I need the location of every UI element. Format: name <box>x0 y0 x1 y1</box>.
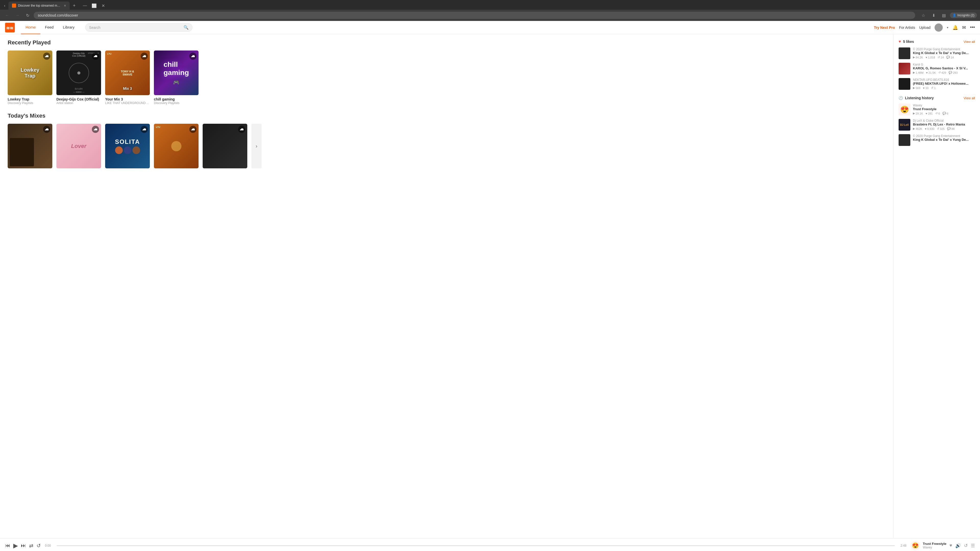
player-bar: ⏮ ▶ ⏭ ⇄ ↺ 0:00 2:48 😍 Trust Freestyle Wa… <box>0 538 980 551</box>
card-mix-a[interactable] <box>8 124 52 170</box>
playback-controls: ⏮ ▶ ⏭ ⇄ ↺ <box>5 542 41 549</box>
search-bar[interactable]: 🔍 <box>85 23 192 32</box>
bookmark-button[interactable]: ☆ <box>919 11 928 19</box>
history-track-djlex[interactable]: DJ LeX Dj LeX & Ciske Official Brasbère … <box>899 119 975 130</box>
todays-mixes-section: Today's Mixes <box>8 113 886 170</box>
soundcloud-logo-icon: ≋≋ <box>5 23 15 32</box>
shuffle-button[interactable]: ⇄ <box>29 543 33 549</box>
header-right: Try Next Pro For Artists Upload ▾ 🔔 ✉ ••… <box>874 24 975 32</box>
like-track-button[interactable]: ♥ <box>950 543 952 548</box>
liked-track-1[interactable]: © 2020 Purge Gang Entertainment King K G… <box>899 48 975 59</box>
comments-stat: 💬 14 <box>946 56 954 59</box>
card-mix-e[interactable] <box>203 124 247 170</box>
download-button[interactable]: ⬇ <box>929 11 938 19</box>
minimize-button[interactable]: — <box>81 2 89 10</box>
nav-feed[interactable]: Feed <box>40 21 58 34</box>
logo[interactable]: ≋≋ <box>5 23 15 32</box>
refresh-button[interactable]: ↻ <box>24 11 32 19</box>
progress-bar-track[interactable] <box>57 545 895 546</box>
history-track-king2[interactable]: © 2020 Purge Gang Entertainment King K G… <box>899 134 975 146</box>
tab-close-btn[interactable]: × <box>64 3 66 8</box>
sidebar-button[interactable]: ▤ <box>940 11 948 19</box>
player-right-section: 😍 Trust Freestyle Wavey ♥ 🔊 ↺ ☰ <box>911 541 975 551</box>
soundcloud-btn-mix3[interactable] <box>141 52 148 60</box>
track-art-king2 <box>899 134 910 146</box>
upload-button[interactable]: Upload <box>919 25 931 30</box>
artist-name-display: Wavey <box>923 546 947 549</box>
notifications-button[interactable]: 🔔 <box>953 25 958 30</box>
tab-title: Discover the top streamed mus... <box>18 4 62 7</box>
soundcloud-btn-lowkey[interactable] <box>43 52 50 60</box>
likes-title: ♥ 5 likes <box>899 39 914 44</box>
heart-icon: ♥ <box>899 39 901 44</box>
track-info-karol: Karol G KAROL G, Romeo Santos - X SI V..… <box>913 63 975 74</box>
reposts-stat: ↺ 14 <box>938 56 944 59</box>
repeat-button[interactable]: ↺ <box>37 543 41 549</box>
card-mix-d[interactable]: LTU <box>154 124 199 170</box>
search-input[interactable] <box>89 25 181 30</box>
history-section: 🕐 Listening history View all 😍 Wavey Tru… <box>899 96 975 146</box>
more-options-button[interactable]: ••• <box>970 25 975 30</box>
card-mix-c[interactable]: SOLITA <box>105 124 150 170</box>
avatar-button[interactable] <box>935 24 943 32</box>
plays-stat: ▶ 84.2K <box>913 56 923 59</box>
recently-played-cards: LowkeyTrap Lowkey Trap Discovery Playlis… <box>8 51 886 105</box>
history-title: 🕐 Listening history <box>899 96 934 100</box>
card-deejay[interactable]: Deejay-GijsCox (Official) DJ LEX — stati… <box>56 51 101 105</box>
search-section: 🔍 <box>85 23 192 32</box>
likes-stat: ♥ 1,018 <box>926 56 935 59</box>
recently-played-title: Recently Played <box>8 39 886 46</box>
history-view-all[interactable]: View all <box>963 96 975 100</box>
messages-button[interactable]: ✉ <box>962 25 966 30</box>
card-art-mix-e <box>203 124 247 168</box>
forward-button[interactable]: → <box>13 11 21 19</box>
soundcloud-btn-deejay[interactable] <box>92 52 99 60</box>
avatar-chevron-icon[interactable]: ▾ <box>947 26 948 29</box>
liked-track-2[interactable]: Karol G KAROL G, Romeo Santos - X SI V..… <box>899 63 975 75</box>
card-lowkey-trap[interactable]: LowkeyTrap Lowkey Trap Discovery Playlis… <box>8 51 52 105</box>
maximize-button[interactable]: ⬜ <box>90 2 98 10</box>
now-playing-art: 😍 <box>911 541 920 551</box>
incognito-icon: 👤 <box>953 14 956 17</box>
card-mix-b[interactable]: Lover <box>56 124 101 170</box>
history-track-wavey[interactable]: 😍 Wavey Trust Freestyle ▶ 29.1K ♥ 281 ↺ … <box>899 103 975 115</box>
user-avatar <box>935 24 943 32</box>
soundcloud-btn-mix-d[interactable] <box>189 126 197 133</box>
card-sub-mix3: LIKE THAT UNDERGROUND ... <box>105 101 150 105</box>
todays-mixes-cards: Lover SOLITA <box>8 124 886 170</box>
card-mix3[interactable]: LTU TONY H &SMAVE Mix 3 Your Mix 3 LIKE … <box>105 51 150 105</box>
soundcloud-btn-mix-a[interactable] <box>43 126 50 133</box>
url-bar[interactable] <box>34 12 915 19</box>
soundcloud-btn-mix-e[interactable] <box>238 126 245 133</box>
track-title-karol: KAROL G, Romeo Santos - X SI V... <box>913 66 975 70</box>
nav-home[interactable]: Home <box>21 21 40 34</box>
main-nav: Home Feed Library <box>21 21 79 34</box>
new-tab-button[interactable]: + <box>71 2 78 9</box>
close-button[interactable]: ✕ <box>99 2 107 10</box>
tab-scroll-left[interactable]: ‹ <box>2 3 7 9</box>
try-next-pro-button[interactable]: Try Next Pro <box>874 25 895 30</box>
now-playing-text: Trust Freestyle Wavey <box>923 542 947 549</box>
liked-track-3[interactable]: NEKTAR.UFO.BEATS.816 (FREE) NEKTAR.UFO! … <box>899 78 975 90</box>
soundcloud-btn-mix-b[interactable] <box>92 126 99 133</box>
skip-back-button[interactable]: ⏮ <box>5 543 10 548</box>
card-name-chill: chill gaming <box>154 97 199 101</box>
track-stats-karol: ▶ 1.48M ♥ 21.5K ↺ 429 💬 293 <box>913 71 975 74</box>
skip-forward-button[interactable]: ⏭ <box>21 543 26 548</box>
back-button[interactable]: ← <box>3 11 11 19</box>
incognito-badge[interactable]: 👤 Incognito (2) <box>950 13 977 18</box>
card-chill-gaming[interactable]: chillgaming 🎮 chill gaming Discovery Pla… <box>154 51 199 105</box>
for-artists-link[interactable]: For Artists <box>899 25 915 30</box>
volume-button[interactable]: 🔊 <box>955 543 961 548</box>
active-tab[interactable]: Discover the top streamed mus... × <box>8 2 70 10</box>
play-pause-button[interactable]: ▶ <box>13 542 18 549</box>
likes-view-all[interactable]: View all <box>963 40 975 44</box>
soundcloud-btn-chill[interactable] <box>189 52 197 60</box>
queue-button[interactable]: ☰ <box>971 543 975 548</box>
main-content: Recently Played LowkeyTrap Lowkey Trap D… <box>0 34 980 538</box>
more-mixes-button[interactable]: › <box>251 124 262 168</box>
track-title-djlex: Brasbère Ft. Dj Lex - Retro Mania <box>913 122 975 126</box>
soundcloud-btn-mix-c[interactable] <box>141 126 148 133</box>
repost-button[interactable]: ↺ <box>964 543 968 548</box>
nav-library[interactable]: Library <box>58 21 79 34</box>
